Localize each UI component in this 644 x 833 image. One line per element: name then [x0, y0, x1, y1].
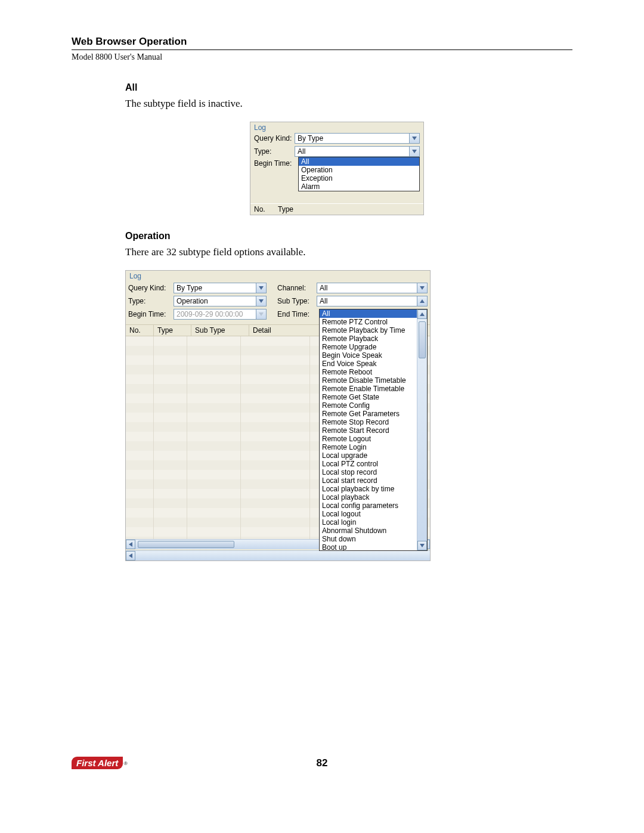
subtype-option[interactable]: End Voice Speak	[320, 360, 427, 368]
scrollbar-vertical[interactable]	[417, 309, 427, 550]
type-option[interactable]: All	[299, 157, 419, 166]
chevron-down-icon[interactable]	[409, 147, 419, 156]
begin-time-value: 2009-09-29 00:00:00	[177, 310, 243, 318]
subtype-option[interactable]: Remote Get Parameters	[320, 410, 427, 418]
scroll-up-icon[interactable]	[417, 309, 427, 319]
registered-mark-icon: ®	[123, 760, 128, 766]
type-dropdown-open[interactable]: All Operation Exception Alarm	[298, 157, 420, 191]
type-value: All	[298, 147, 305, 156]
query-kind-label-2: Query Kind:	[128, 284, 174, 292]
col-detail: Detail	[249, 325, 323, 336]
subtype-option[interactable]: Remote Login	[320, 443, 427, 451]
chevron-down-icon[interactable]	[256, 296, 266, 306]
log-legend-2: Log	[126, 271, 430, 280]
col-type: Type	[278, 205, 302, 213]
subtype-option[interactable]: Remote Get State	[320, 393, 427, 401]
channel-combo[interactable]: All	[317, 283, 428, 293]
section-operation-text: There are 32 subtype field options avail…	[125, 246, 549, 258]
subtype-option[interactable]: Remote Config	[320, 401, 427, 410]
subtype-option[interactable]: Local start record	[320, 476, 427, 485]
subtype-option[interactable]: Remote Stop Record	[320, 418, 427, 426]
subtype-option[interactable]: Begin Voice Speak	[320, 351, 427, 360]
subtype-option[interactable]: Remote Disable Timetable	[320, 376, 427, 385]
log-panel-small: Log Query Kind: By Type Type: All	[250, 122, 424, 215]
chevron-down-icon[interactable]	[256, 283, 266, 293]
channel-value: All	[320, 284, 327, 292]
subtype-option[interactable]: Local logout	[320, 510, 427, 518]
subtype-option[interactable]: Remote Playback by Time	[320, 326, 427, 335]
subtype-option[interactable]: Local playback	[320, 493, 427, 501]
scrollbar-horizontal-2[interactable]	[126, 550, 430, 561]
section-all-text: The subtype field is inactive.	[125, 98, 549, 110]
section-all-title: All	[125, 82, 549, 93]
chevron-down-icon[interactable]	[417, 283, 427, 293]
scroll-left-icon[interactable]	[126, 551, 135, 561]
subtype-option[interactable]: Remote Enable Timetable	[320, 385, 427, 393]
begin-time-label: Begin Time:	[254, 159, 295, 168]
col-type: Type	[154, 325, 191, 336]
type-option[interactable]: Exception	[299, 174, 419, 182]
begin-time-combo[interactable]: 2009-09-29 00:00:00	[174, 309, 267, 320]
header-rule	[72, 49, 572, 50]
scroll-thumb[interactable]	[419, 321, 426, 358]
manual-name: Model 8800 User's Manual	[72, 52, 572, 62]
page-header-title: Web Browser Operation	[72, 36, 572, 48]
brand-logo: First Alert®	[72, 757, 128, 769]
begin-time-label-2: Begin Time:	[128, 310, 174, 318]
col-no: No.	[254, 205, 278, 213]
brand-name: First Alert	[72, 757, 123, 769]
subtype-option[interactable]: Local playback by time	[320, 485, 427, 493]
scroll-thumb[interactable]	[138, 541, 234, 548]
subtype-option[interactable]: Shut down	[320, 535, 427, 543]
type-option[interactable]: Operation	[299, 166, 419, 174]
scroll-down-icon[interactable]	[417, 541, 427, 550]
subtype-option[interactable]: Remote Upgrade	[320, 343, 427, 351]
col-subtype: Sub Type	[191, 325, 249, 336]
type-value-2: Operation	[177, 297, 208, 305]
subtype-label: Sub Type:	[277, 297, 317, 305]
query-kind-combo-2[interactable]: By Type	[174, 283, 267, 293]
subtype-option[interactable]: Remote Logout	[320, 435, 427, 443]
subtype-option[interactable]: Local PTZ control	[320, 460, 427, 468]
chevron-down-icon[interactable]	[409, 134, 419, 143]
channel-label: Channel:	[277, 284, 317, 292]
query-kind-value: By Type	[298, 134, 323, 143]
subtype-option[interactable]: Local login	[320, 518, 427, 527]
subtype-option[interactable]: Boot up	[320, 543, 427, 551]
subtype-option[interactable]: Remote Playback	[320, 335, 427, 343]
type-option[interactable]: Alarm	[299, 182, 419, 191]
subtype-value: All	[320, 297, 327, 305]
query-kind-combo[interactable]: By Type	[295, 133, 420, 144]
subtype-option[interactable]: Remote Start Record	[320, 426, 427, 435]
chevron-down-icon[interactable]	[256, 309, 266, 319]
subtype-combo[interactable]: All	[317, 296, 428, 306]
subtype-dropdown-open[interactable]: AllRemote PTZ ControlRemote Playback by …	[319, 309, 428, 551]
subtype-option[interactable]: Local stop record	[320, 468, 427, 476]
subtype-option[interactable]: Remote PTZ Control	[320, 318, 427, 326]
log-panel-large: Log Query Kind: By Type Channel: All	[125, 270, 431, 561]
page-number: 82	[317, 757, 328, 769]
page-footer: First Alert® 82	[72, 757, 572, 769]
chevron-up-icon[interactable]	[417, 296, 427, 306]
log-table-header: No. Type	[250, 203, 423, 215]
type-label: Type:	[254, 147, 295, 156]
log-legend: Log	[250, 122, 423, 132]
query-kind-value-2: By Type	[177, 284, 202, 292]
subtype-option[interactable]: All	[320, 309, 427, 318]
subtype-option[interactable]: Abnormal Shutdown	[320, 527, 427, 535]
subtype-option[interactable]: Local config parameters	[320, 501, 427, 510]
scroll-left-icon[interactable]	[126, 540, 135, 549]
end-time-label: End Time:	[277, 310, 317, 318]
col-no: No.	[126, 325, 154, 336]
query-kind-label: Query Kind:	[254, 134, 295, 143]
type-label-2: Type:	[128, 297, 174, 305]
section-operation-title: Operation	[125, 231, 549, 241]
type-combo-2[interactable]: Operation	[174, 296, 267, 306]
subtype-option[interactable]: Local upgrade	[320, 451, 427, 460]
subtype-option[interactable]: Remote Reboot	[320, 368, 427, 376]
type-combo[interactable]: All	[295, 146, 420, 157]
